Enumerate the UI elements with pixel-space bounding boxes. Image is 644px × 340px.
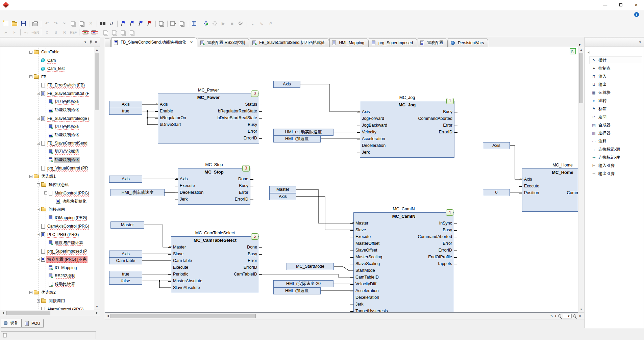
operand-box-src-axis-cts[interactable]: Axis [109, 251, 142, 258]
tree-item[interactable]: −FB [29, 73, 47, 81]
input-pin[interactable]: Slave [173, 252, 183, 256]
magnifier-icon[interactable] [558, 314, 562, 318]
toolbox-item-pin-out[interactable]: ⊣输出引脚 [590, 169, 642, 178]
operand-box-src-camtable-cts[interactable]: CamTable [109, 257, 142, 264]
toolbox-item-comment[interactable]: ▭注释 [590, 137, 642, 145]
input-pin[interactable]: SlaveScaling [355, 261, 380, 266]
toolbar-step1-button[interactable]: ⇣ [249, 20, 257, 27]
output-pin[interactable]: Done [247, 245, 257, 250]
tree-vertical-scrollbar[interactable]: ▲ ▼ [94, 47, 100, 310]
tree-item[interactable]: 功能块初始化 [44, 131, 80, 139]
toolbar-copy2-button[interactable] [110, 29, 119, 36]
input-pin[interactable]: SlaveAbsolute [173, 285, 200, 290]
input-pin[interactable]: Slave [355, 228, 366, 232]
output-pin[interactable]: Busy [248, 122, 257, 127]
toolbox-item-label[interactable]: ⚑标签 [590, 105, 642, 113]
tree-item[interactable]: −间接调用 [37, 206, 66, 213]
editor-tab[interactable]: 雷赛配置.RS232控制 [198, 38, 249, 47]
tree-item[interactable]: 传动比计算 [44, 281, 76, 288]
input-pin[interactable]: Acceleration [355, 288, 379, 293]
collapse-icon[interactable]: − [37, 117, 40, 120]
toolbox-item-output[interactable]: ⊔输出 [590, 80, 642, 88]
operand-box-src-axis-stop[interactable]: Axis [109, 176, 142, 183]
toolbox-item-input[interactable]: ⊓输入 [590, 72, 642, 80]
tree-item[interactable]: Cam_test [37, 65, 66, 72]
toolbox-item-pin-in[interactable]: ⊢输入引脚 [590, 161, 642, 169]
editor-tab[interactable]: HMI_Mapping [329, 38, 369, 47]
operand-box-src-hmi-jog-vel[interactable]: HMI_r寸动实际速度 [273, 129, 333, 136]
toolbar-paste-button[interactable] [78, 20, 86, 27]
toolbar-net-button[interactable]: ⌐ [2, 29, 10, 36]
toolbar-copy3-button[interactable] [119, 29, 127, 36]
output-pin[interactable]: CommandAborted [418, 116, 452, 121]
toolbar-trans-button[interactable]: ⊦ [10, 29, 19, 36]
toolbar-replace-button[interactable]: ⇄ [107, 20, 116, 27]
input-pin[interactable]: Axis↔ [180, 177, 188, 181]
toolbar-undo-button[interactable]: ↶ [43, 20, 51, 27]
tree-item[interactable]: −CamTable [29, 48, 60, 56]
toolbar-flag-button[interactable] [137, 20, 145, 27]
tree-item[interactable]: 功能块初始化 [44, 156, 80, 163]
toolbar-copy-button[interactable] [69, 20, 77, 27]
tree-item[interactable]: RS232控制 [44, 272, 76, 280]
operand-box-src-startmode[interactable]: MC_StartMode [287, 263, 334, 270]
input-pin[interactable]: Axis↔ [160, 102, 168, 107]
input-pin[interactable]: Master↔ [173, 245, 186, 250]
toolbar-pin-rem-button[interactable]: − [90, 29, 98, 36]
input-pin[interactable]: SlaveOffset [355, 248, 377, 253]
toolbox-group-cfc[interactable]: − [585, 49, 644, 56]
toolbar-copy1-button[interactable] [102, 29, 110, 36]
editor-tab[interactable]: 雷赛配置 [418, 38, 448, 47]
status-message-box[interactable] [1, 331, 96, 339]
zoom-level-select[interactable]: ▼ [563, 314, 572, 318]
collapse-icon[interactable]: − [29, 75, 32, 78]
toolbar-step2-button[interactable]: ⇘ [257, 20, 266, 27]
output-pin[interactable]: Busy [248, 252, 257, 256]
toolbar-login-button[interactable] [202, 20, 210, 27]
tab-list-dropdown-icon[interactable]: ▼ [578, 43, 581, 338]
tree-item[interactable]: 切刀凸轮赋值 [44, 123, 80, 130]
operand-box-src-hmi-stop-dec[interactable]: HMI_i刹车减速度 [110, 189, 165, 196]
fb-block-mc-power[interactable]: MC_PowerAxis↔StatusEnablebRegulatorRealS… [158, 94, 259, 143]
toolbox-dropdown-icon[interactable]: ▼ [639, 41, 642, 44]
toolbox-item-jump[interactable]: »跳转 [590, 97, 642, 105]
output-pin[interactable]: bDriveStartRealState [218, 115, 257, 120]
editor-bottom-bar[interactable]: ◀ ↖ + ▼ ▶ [105, 313, 584, 319]
tree-item[interactable]: IO_Mapping [44, 264, 78, 271]
minimize-button[interactable]: — [597, 0, 613, 10]
toolbar-grid-ddn-button[interactable]: ▾ [169, 20, 177, 27]
output-pin[interactable]: ErrorID [235, 197, 248, 202]
input-pin[interactable]: MasterAbsolute [173, 279, 202, 283]
tree-item[interactable]: −轴控状态机 [37, 181, 70, 188]
input-pin[interactable]: JogBackward [362, 123, 387, 128]
operand-box-src-true-cts[interactable]: true [109, 271, 142, 278]
save-notification[interactable]: i [634, 12, 641, 17]
tree-item[interactable]: prg_SuperImposed (P [37, 247, 88, 255]
operand-box-src-hmi-camin-acc[interactable]: HMI_i加速度 [273, 287, 321, 294]
toolbar-coil-button[interactable]: −○ [22, 29, 30, 36]
zoom-magnifier-icon[interactable] [573, 314, 577, 318]
output-pin[interactable]: InSync [439, 221, 452, 226]
toolbar-play-button[interactable]: ▶ [219, 20, 227, 27]
operand-box-src-master-cts[interactable]: Master [110, 221, 144, 229]
output-pin[interactable]: Tappets [437, 261, 452, 266]
toolbox-item-pointer[interactable]: ↖指针 [590, 56, 642, 64]
toolbar-pin-add-button[interactable]: + [81, 29, 89, 36]
toolbox-item-mark-src[interactable]: →连接标记-源 [590, 145, 642, 153]
panel-dropdown-icon[interactable]: ▼ [84, 41, 87, 44]
operand-box-src-axis-home[interactable]: Axis [483, 142, 510, 149]
toolbox-item-ctrlpoint[interactable]: +控制点 [590, 64, 642, 72]
input-pin[interactable]: Periodic [173, 272, 188, 277]
output-pin[interactable]: Done [238, 177, 248, 181]
tree-item[interactable]: FB_ErrorSwitch (FB) [37, 81, 86, 89]
collapse-icon[interactable]: − [29, 51, 32, 54]
close-button[interactable]: ✕ [628, 0, 644, 10]
input-pin[interactable]: Execute [524, 184, 539, 188]
tree-item[interactable]: 切刀凸轮赋值 [44, 98, 80, 105]
input-pin[interactable]: Acceleration [362, 136, 385, 141]
toolbar-neg-button[interactable]: ☓ [43, 29, 51, 36]
fb-block-mc-camin[interactable]: MC_CamINMaster↔InSyncSlaveBusyExecuteCom… [353, 212, 454, 313]
input-pin[interactable]: Deceleration [355, 295, 379, 300]
output-pin[interactable]: ErrorID [439, 248, 452, 253]
tab-close-icon[interactable]: ✕ [190, 40, 193, 45]
